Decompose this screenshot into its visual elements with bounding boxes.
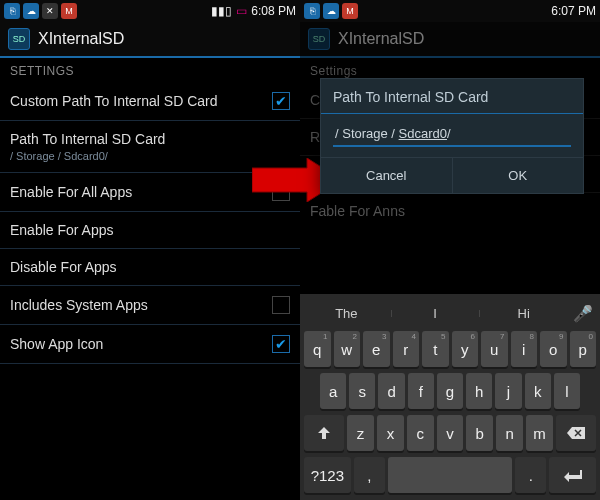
dialog-title: Path To Internal SD Card: [321, 79, 583, 113]
key-row-3: zxcvbnm: [302, 412, 598, 454]
key-shift[interactable]: [304, 415, 344, 451]
key-h[interactable]: h: [466, 373, 492, 409]
key-c[interactable]: c: [407, 415, 434, 451]
key-v[interactable]: v: [437, 415, 464, 451]
key-a[interactable]: a: [320, 373, 346, 409]
key-m[interactable]: m: [526, 415, 553, 451]
key-backspace[interactable]: [556, 415, 596, 451]
mic-icon[interactable]: 🎤: [568, 304, 598, 323]
checkbox-unchecked-icon[interactable]: ✔: [272, 296, 290, 314]
row-label: Show App Icon: [10, 336, 103, 352]
battery-icon: ▭: [236, 4, 247, 18]
status-bar: ⎘ ☁ M 6:07 PM: [300, 0, 600, 22]
suggestion-row: The I Hi 🎤: [302, 298, 598, 328]
status-icons-left: ⎘ ☁ ✕ M: [4, 3, 77, 19]
status-right: ▮▮▯ ▭ 6:08 PM: [211, 4, 296, 18]
key-e[interactable]: e3: [363, 331, 390, 367]
app-bar: SD XInternalSD: [0, 22, 300, 58]
input-prefix: / Storage /: [335, 126, 399, 141]
key-symbols[interactable]: ?123: [304, 457, 351, 493]
key-s[interactable]: s: [349, 373, 375, 409]
input-underlined: Sdcard0: [399, 126, 447, 141]
keyboard: The I Hi 🎤 q1w2e3r4t5y6u7i8o9p0 asdfghjk…: [300, 294, 600, 500]
app-notif-icon: ✕: [42, 3, 58, 19]
row-fable-bg: Fable For Anns: [300, 193, 600, 229]
cancel-button[interactable]: Cancel: [321, 158, 452, 193]
suggestion[interactable]: I: [391, 306, 480, 321]
cloud-icon: ☁: [23, 3, 39, 19]
status-right: 6:07 PM: [551, 4, 596, 18]
input-suffix: /: [447, 126, 451, 141]
key-d[interactable]: d: [378, 373, 404, 409]
clock: 6:07 PM: [551, 4, 596, 18]
key-y[interactable]: y6: [452, 331, 479, 367]
shift-icon: [317, 426, 331, 440]
key-row-1: q1w2e3r4t5y6u7i8o9p0: [302, 328, 598, 370]
row-label: Enable For Apps: [10, 222, 114, 238]
row-include-sys[interactable]: Includes System Apps ✔: [0, 286, 300, 325]
row-show-icon[interactable]: Show App Icon ✔: [0, 325, 300, 364]
key-r[interactable]: r4: [393, 331, 420, 367]
dialog-divider: [321, 113, 583, 114]
row-label: Path To Internal SD Card: [10, 131, 165, 147]
enter-icon: [563, 468, 583, 482]
key-o[interactable]: o9: [540, 331, 567, 367]
screen-left: ⎘ ☁ ✕ M ▮▮▯ ▭ 6:08 PM SD XInternalSD SET…: [0, 0, 300, 500]
key-enter[interactable]: [549, 457, 596, 493]
app-title: XInternalSD: [338, 30, 424, 48]
key-t[interactable]: t5: [422, 331, 449, 367]
notif-icon: ⎘: [304, 3, 320, 19]
key-n[interactable]: n: [496, 415, 523, 451]
key-b[interactable]: b: [466, 415, 493, 451]
app-bar: SD XInternalSD: [300, 22, 600, 58]
app-title: XInternalSD: [38, 30, 124, 48]
status-icons-left: ⎘ ☁ M: [304, 3, 358, 19]
status-bar: ⎘ ☁ ✕ M ▮▮▯ ▭ 6:08 PM: [0, 0, 300, 22]
key-w[interactable]: w2: [334, 331, 361, 367]
section-header: SETTINGS: [0, 58, 300, 82]
key-row-2: asdfghjkl: [302, 370, 598, 412]
ok-button[interactable]: OK: [452, 158, 584, 193]
row-label: Includes System Apps: [10, 297, 148, 313]
key-p[interactable]: p0: [570, 331, 597, 367]
key-comma[interactable]: ,: [354, 457, 385, 493]
path-dialog: Path To Internal SD Card / Storage / Sdc…: [320, 78, 584, 194]
notif-icon: ⎘: [4, 3, 20, 19]
key-f[interactable]: f: [408, 373, 434, 409]
checkbox-checked-icon[interactable]: ✔: [272, 335, 290, 353]
mail-icon: M: [61, 3, 77, 19]
app-icon: SD: [8, 28, 30, 50]
cloud-icon: ☁: [323, 3, 339, 19]
clock: 6:08 PM: [251, 4, 296, 18]
dialog-buttons: Cancel OK: [321, 157, 583, 193]
suggestion[interactable]: Hi: [479, 306, 568, 321]
key-q[interactable]: q1: [304, 331, 331, 367]
row-disable-for[interactable]: Disable For Apps: [0, 249, 300, 286]
key-row-4: ?123 , .: [302, 454, 598, 496]
suggestion[interactable]: The: [302, 306, 391, 321]
key-k[interactable]: k: [525, 373, 551, 409]
backspace-icon: [567, 427, 585, 439]
key-z[interactable]: z: [347, 415, 374, 451]
row-label: Custom Path To Internal SD Card: [10, 93, 218, 109]
app-icon: SD: [308, 28, 330, 50]
key-x[interactable]: x: [377, 415, 404, 451]
mail-icon: M: [342, 3, 358, 19]
checkbox-checked-icon[interactable]: ✔: [272, 92, 290, 110]
key-period[interactable]: .: [515, 457, 546, 493]
key-g[interactable]: g: [437, 373, 463, 409]
key-j[interactable]: j: [495, 373, 521, 409]
key-i[interactable]: i8: [511, 331, 538, 367]
row-sublabel: / Storage / Sdcard0/: [10, 150, 165, 162]
dialog-input[interactable]: / Storage / Sdcard0/: [333, 122, 571, 147]
key-l[interactable]: l: [554, 373, 580, 409]
key-u[interactable]: u7: [481, 331, 508, 367]
row-enable-for[interactable]: Enable For Apps: [0, 212, 300, 249]
row-label: Disable For Apps: [10, 259, 117, 275]
row-label: Enable For All Apps: [10, 184, 132, 200]
row-custom-path[interactable]: Custom Path To Internal SD Card ✔: [0, 82, 300, 121]
key-space[interactable]: [388, 457, 512, 493]
signal-icon: ▮▮▯: [211, 4, 232, 18]
